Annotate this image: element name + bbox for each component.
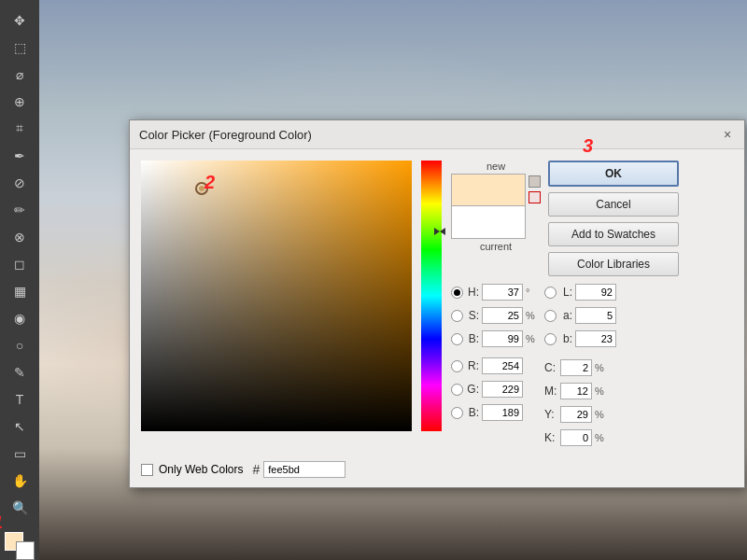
b2-input[interactable] — [482, 404, 523, 421]
r-input[interactable] — [482, 357, 523, 374]
y-pct: % — [595, 409, 604, 420]
m-label: M: — [544, 385, 557, 398]
g-input[interactable] — [482, 381, 523, 398]
cancel-button[interactable]: Cancel — [548, 192, 679, 217]
tool-gradient[interactable]: ▦ — [5, 278, 35, 303]
fg-bg-color-swatch[interactable] — [5, 532, 35, 560]
color-fields-section: H: ° S: % B: — [451, 282, 733, 448]
color-preview-boxes — [451, 174, 526, 239]
l-label: L: — [559, 286, 572, 299]
b2-label: B: — [466, 406, 479, 419]
close-button[interactable]: × — [720, 127, 735, 142]
tool-marquee[interactable]: ⬚ — [5, 35, 35, 60]
dialog-titlebar: Color Picker (Foreground Color) × — [130, 120, 744, 149]
add-to-swatches-button[interactable]: Add to Swatches — [548, 222, 679, 246]
r-field-row: R: — [451, 356, 537, 376]
warning-icon[interactable] — [529, 191, 541, 203]
tool-quick-select[interactable]: ⊕ — [5, 89, 35, 114]
b3-label: b: — [559, 332, 572, 345]
ok-button[interactable]: OK — [548, 161, 679, 187]
g-label: G: — [466, 383, 479, 396]
hex-input[interactable] — [263, 461, 345, 478]
c-input[interactable] — [560, 359, 592, 376]
dialog-title: Color Picker (Foreground Color) — [139, 128, 312, 142]
s-radio[interactable] — [451, 310, 463, 322]
tool-type[interactable]: T — [5, 387, 35, 413]
b3-input[interactable] — [575, 330, 616, 347]
k-input[interactable] — [560, 429, 592, 446]
a-radio[interactable] — [544, 310, 557, 322]
r-label: R: — [466, 359, 479, 372]
hsb-rgb-fields: H: ° S: % B: — [451, 282, 537, 448]
a-field-row: a: — [544, 305, 616, 326]
m-row: M: % — [544, 381, 616, 401]
tool-eraser[interactable]: ◻ — [5, 251, 35, 276]
h-unit: ° — [526, 287, 537, 298]
l-radio[interactable] — [544, 287, 557, 299]
g-field-row: G: — [451, 379, 537, 399]
c-row: C: % — [544, 357, 616, 378]
b3-field-row: b: — [544, 329, 616, 349]
tool-dodge[interactable]: ○ — [5, 333, 35, 358]
tool-healing[interactable]: ⊘ — [5, 170, 35, 195]
tool-shape[interactable]: ▭ — [5, 441, 35, 467]
y-input[interactable] — [560, 406, 592, 423]
s-field-row: S: % — [451, 305, 537, 326]
new-color-label: new — [486, 161, 505, 172]
only-web-checkbox[interactable] — [141, 464, 153, 476]
preview-side-icons — [529, 175, 541, 239]
c-label: C: — [544, 361, 557, 374]
h-input[interactable] — [482, 284, 523, 301]
current-color-preview — [451, 206, 526, 239]
h-radio[interactable] — [451, 287, 463, 299]
dialog-bottom: Only Web Colors # — [130, 457, 744, 487]
b-input[interactable] — [482, 330, 523, 347]
color-gradient-surface — [141, 161, 412, 431]
tool-hand[interactable]: ✋ — [5, 469, 35, 494]
g-radio[interactable] — [451, 384, 463, 396]
r-radio[interactable] — [451, 360, 463, 372]
b2-field-row: B: — [451, 402, 537, 423]
new-color-preview — [451, 174, 526, 206]
tool-path-select[interactable]: ↖ — [5, 414, 35, 440]
cube-icon[interactable] — [529, 175, 541, 188]
tool-eyedropper[interactable]: ✒ — [5, 143, 35, 168]
b2-radio[interactable] — [451, 407, 463, 419]
s-input[interactable] — [482, 307, 523, 324]
hue-slider-container[interactable] — [421, 161, 442, 431]
hex-symbol: # — [252, 462, 260, 477]
m-input[interactable] — [560, 383, 592, 399]
m-pct: % — [595, 385, 604, 397]
b-label: B: — [466, 332, 479, 345]
buttons-column: OK Cancel Add to Swatches Color Librarie… — [548, 161, 679, 276]
current-color-label: current — [480, 241, 512, 252]
background-color — [16, 541, 35, 560]
tool-lasso[interactable]: ⌀ — [5, 62, 35, 87]
right-panel: new current — [451, 161, 733, 448]
b-radio[interactable] — [451, 333, 463, 345]
color-preview-column: new current — [451, 161, 541, 252]
a-input[interactable] — [575, 307, 616, 324]
tool-crop[interactable]: ⌗ — [5, 116, 35, 141]
dialog-body: 2 new — [130, 149, 744, 457]
h-label: H: — [466, 286, 479, 299]
tool-blur[interactable]: ◉ — [5, 306, 35, 331]
l-input[interactable] — [575, 284, 616, 301]
tool-pen[interactable]: ✎ — [5, 360, 35, 385]
color-libraries-button[interactable]: Color Libraries — [548, 252, 679, 276]
s-label: S: — [466, 309, 479, 322]
tool-brush[interactable]: ✏ — [5, 197, 35, 222]
color-picker-dialog[interactable]: Color Picker (Foreground Color) × 2 — [129, 119, 745, 488]
tool-zoom[interactable]: 🔍 — [5, 496, 35, 521]
tool-clone[interactable]: ⊗ — [5, 224, 35, 249]
tool-move[interactable]: ✥ — [5, 7, 35, 33]
b3-radio[interactable] — [544, 333, 557, 345]
preview-and-icons — [451, 174, 541, 239]
k-pct: % — [595, 432, 604, 443]
h-field-row: H: ° — [451, 282, 537, 302]
hue-slider[interactable] — [421, 161, 442, 431]
hex-row: # — [252, 461, 345, 478]
only-web-label: Only Web Colors — [159, 463, 243, 476]
only-web-colors: Only Web Colors — [141, 463, 243, 476]
color-gradient-picker[interactable] — [141, 161, 412, 431]
